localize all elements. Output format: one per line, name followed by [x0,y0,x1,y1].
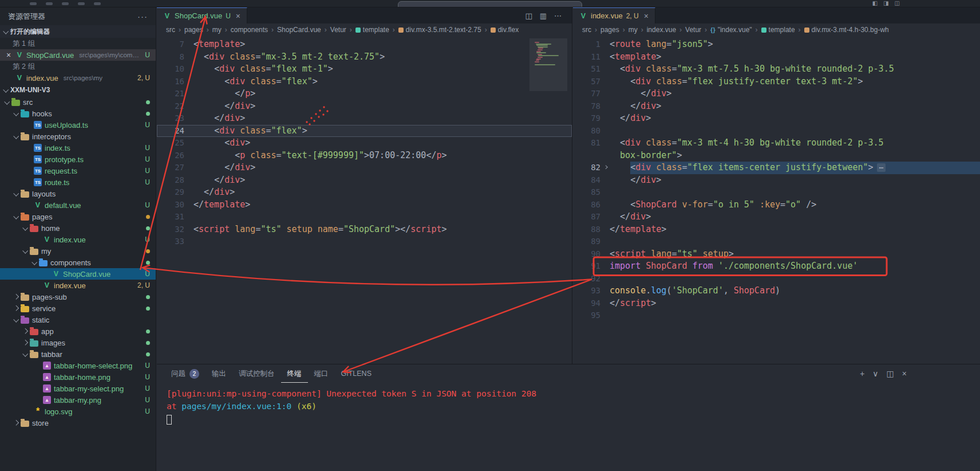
menu-icon[interactable] [78,2,85,5]
code-line[interactable]: 21 </p> [157,88,572,100]
code-line[interactable]: box-border"> [573,150,980,162]
code-line[interactable]: 7<template> [157,38,572,51]
code-line[interactable]: 22 </div> [157,100,572,113]
breadcrumb-item[interactable]: {}"index.vue" [710,26,752,34]
code-line[interactable]: 24 <div class="flex"> [157,125,572,138]
tree-item[interactable]: store [0,417,156,429]
code-line[interactable]: 95 [573,309,980,322]
code-line[interactable]: 78 </div> [573,100,980,113]
panel-tab-gitlens[interactable]: GITLENS [335,364,378,383]
breadcrumb-item[interactable]: src [582,26,591,34]
breadcrumb-item[interactable]: components [231,26,268,34]
more-actions-icon[interactable]: ··· [137,11,148,21]
code-line[interactable]: 84 </div> [573,174,980,187]
tree-item[interactable]: Vindex.vue2, U [0,280,156,291]
breadcrumb-item[interactable]: index.vue [647,26,676,34]
breadcrumb-item[interactable]: pages [600,26,619,34]
panel-actions[interactable]: +∨◫× [860,364,907,383]
tree-item[interactable]: hooks [0,108,156,119]
code-line[interactable]: 29 </div> [157,186,572,199]
breadcrumb-item[interactable]: my [629,26,638,34]
close-icon[interactable]: × [236,11,240,21]
code-line[interactable]: 81 <div class="mx-3 mt-4 h-30 bg-white r… [573,137,980,150]
breadcrumb-item[interactable]: src [166,26,175,34]
tree-item[interactable]: ▴tabbar-my-select.pngU [0,383,156,394]
titlebar-menu[interactable] [30,2,101,5]
tree-item[interactable]: layouts [0,188,156,199]
code-line[interactable]: 92 [573,273,980,285]
code-line[interactable]: 10 <div class="flex mt-1"> [157,63,572,76]
more-actions-icon[interactable]: ⋯ [554,11,562,20]
code-line[interactable]: 86 <ShopCard v-for="o in 5" :key="o" /> [573,199,980,211]
open-editors-header[interactable]: 打开的编辑器 [0,25,156,38]
code-line[interactable]: 94</script> [573,297,980,310]
code-line[interactable]: 90<script lang="ts" setup> [573,248,980,261]
code-line[interactable]: 27 </div> [157,162,572,174]
terminal-output[interactable]: [plugin:uni:mp-using-component] Unexpect… [157,383,980,425]
breadcrumb-item[interactable]: ShopCard.vue [277,26,321,34]
panel-tab-problems[interactable]: 问题2 [165,364,206,383]
tree-item[interactable]: app [0,325,156,337]
code-line[interactable]: 87 </div> [573,211,980,223]
breadcrumb[interactable]: src›pages›my›components›ShopCard.vue›Vet… [157,23,572,36]
menu-icon[interactable] [46,2,53,5]
breadcrumb[interactable]: src›pages›my›index.vue›Vetur›{}"index.vu… [573,23,980,36]
tree-item[interactable]: interceptors [0,131,156,142]
code-area[interactable]: 1<route lang="json5">11<template>51 <div… [573,36,980,364]
tree-item[interactable]: TSprototype.tsU [0,154,156,165]
tree-item[interactable]: *logo.svgU [0,406,156,417]
layout-sidebar-icon[interactable]: ◧ [872,0,878,6]
project-header[interactable]: XXM-UNI-V3 [0,84,156,96]
close-icon[interactable]: × [644,11,649,21]
code-line[interactable]: 23 </div> [157,112,572,125]
layout-panel-icon[interactable]: ◨ [883,0,888,6]
code-line[interactable]: 31 [157,211,572,223]
tree-item[interactable]: Vindex.vueU [0,234,156,245]
code-line[interactable]: 77 </div> [573,88,980,100]
tree-item[interactable]: TSuseUpload.tsU [0,119,156,131]
code-line[interactable]: 82 <div class="flex items-center justify… [573,162,980,174]
fold-chevron-icon[interactable] [603,166,607,170]
panel-tab-debug-console[interactable]: 调试控制台 [232,364,281,383]
code-line[interactable]: 32<script lang="ts" setup name="ShopCard… [157,223,572,236]
tree-item[interactable]: tabbar [0,348,156,360]
open-editor-item[interactable]: Vindex.vuesrc\pages\my2, U [0,72,156,84]
tree-item[interactable]: home [0,222,156,234]
titlebar-layout-icons[interactable]: ◧◨◫ [872,0,900,6]
tree-item[interactable]: ▴tabbar-home.pngU [0,371,156,383]
tree-item[interactable]: static [0,314,156,325]
code-line[interactable]: 80 [573,125,980,138]
breadcrumb-item[interactable]: my [212,26,222,34]
code-line[interactable]: 79 </div> [573,112,980,125]
close-icon[interactable]: × [5,50,13,60]
panel-tab-ports[interactable]: 端口 [308,364,335,383]
toggle-layout-icon[interactable]: ▥ [540,11,547,20]
code-line[interactable]: 57 <div class="flex justify-center text-… [573,76,980,88]
code-area[interactable]: 7<template>8 <div class="mx-3.5 mt-2 tex… [157,36,572,364]
close-icon[interactable]: × [902,369,907,378]
breadcrumb-item[interactable]: pages [184,26,203,34]
tree-item[interactable]: components [0,257,156,268]
layout-toggle-icon[interactable]: ◫ [895,0,900,6]
code-line[interactable]: 8 <div class="mx-3.5 mt-2 text-2.75"> [157,51,572,64]
menu-icon[interactable] [62,2,69,5]
code-line[interactable]: 85 [573,186,980,199]
split-editor-icon[interactable]: ◫ [525,11,532,20]
code-line[interactable]: 28 </div> [157,174,572,187]
code-line[interactable]: 91import ShopCard from './components/Sho… [573,260,980,273]
breadcrumb-item[interactable]: div.flex [491,26,519,34]
split-panel-icon[interactable]: ◫ [887,369,894,378]
tree-item[interactable]: TSroute.tsU [0,176,156,188]
code-line[interactable]: 30</template> [157,199,572,211]
code-line[interactable]: 16 <div class="flex"> [157,76,572,88]
breadcrumb-item[interactable]: div.mx-3.5.mt-2.text-2.75 [398,26,481,34]
code-line[interactable]: 89 [573,236,980,248]
code-line[interactable]: 88</template> [573,223,980,236]
breadcrumb-item[interactable]: template [761,26,795,34]
tree-item[interactable]: VShopCard.vueU [0,268,156,280]
code-line[interactable]: 93console.log('ShopCard', ShopCard) [573,285,980,297]
breadcrumb-item[interactable]: Vetur [685,26,701,34]
editor-actions[interactable]: ◫▥⋯ [525,7,572,23]
breadcrumb-item[interactable]: Vetur [330,26,346,34]
plus-icon[interactable]: + [860,369,864,378]
